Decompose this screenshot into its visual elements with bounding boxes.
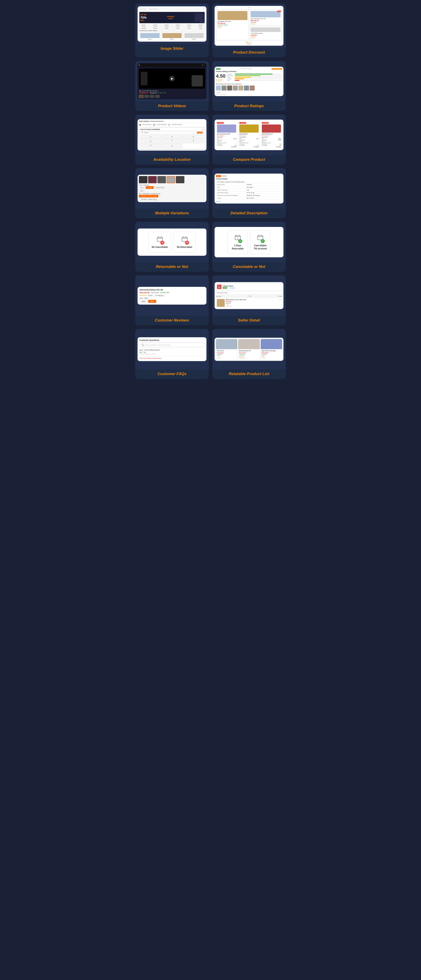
main-grid: Search items here UP TO 70% OFF GAMINGSA… [132, 0, 289, 382]
card-product-videos: ⬅ ↗ ⋮ ▶ JBL C115 TWS by Harman, ₹3,999.0… [135, 61, 209, 111]
label-customer-faqs: Customer FAQs [135, 369, 209, 379]
see-all-faqs[interactable]: See all answered questions › [139, 356, 205, 359]
no-cancellable-box: ✕ No Cancellable [148, 232, 171, 253]
label-availability-location: Availability Location [135, 155, 209, 165]
seller-mock: 🏪 eShop Store ⭐ 4.3 | Products Testing d… [214, 282, 283, 309]
cancelable-mock: ✓ 1 DaysReturnable ✓ Cancellabl [214, 227, 283, 257]
related-product-2: ♡ Microsoft Surface Pro ₹43,575.00 ₹46,0… [238, 339, 260, 360]
cancellable-received-icon: ✓ [257, 234, 264, 243]
label-relatable-product-list: Relatable Product List [212, 369, 286, 379]
related-mock: ♡ Asus Core i5 ₹71,497.00 ₹72,895.09 2.5… [214, 338, 283, 361]
discount-mock: ⬅ ● ● ● ↗ Typographic Print Hoo... ₹41,9… [214, 6, 283, 46]
preview-cancelable-or-not: ✓ 1 DaysReturnable ✓ Cancellabl [212, 222, 286, 262]
card-detailed-description: 8 GB 32 GB Product Details 6.44" display… [212, 168, 286, 218]
related-product-1: ♡ Asus Core i5 ₹71,497.00 ₹72,895.09 2.5… [216, 339, 237, 360]
preview-seller-detail: 🏪 eShop Store ⭐ 4.3 | Products Testing d… [212, 275, 286, 316]
no-returnable-box: ✕ No Returnable [173, 232, 195, 253]
label-detailed-description: Detailed Description [212, 209, 286, 218]
card-relatable-product-list: ♡ Asus Core i5 ₹71,497.00 ₹72,895.09 2.5… [212, 329, 286, 379]
card-multiple-variations: Color : Dark Red Green Dark Red Phantom … [135, 168, 209, 218]
card-customer-faqs: Customer Questions 🔍 Have a question? Se… [135, 329, 209, 379]
label-compare-product: Compare Product [212, 155, 286, 165]
related-product-3: ♡ Apple iPad Pro with Apple ... ₹35,400.… [261, 339, 282, 360]
label-product-discount: Product Discount [212, 48, 286, 57]
faq-search-icon: 🔍 [141, 344, 144, 346]
videos-mock: ⬅ ↗ ⋮ ▶ JBL C115 TWS by Harman, ₹3,999.0… [138, 63, 207, 99]
no-cancellable-icon: ✕ [156, 235, 164, 244]
card-compare-product: ✕ Remove Samsung Galaxy S21 5G ₹68,248.9… [212, 115, 286, 165]
returnable-mock: ✕ No Cancellable ✕ No Returnabl [138, 229, 207, 256]
days-returnable-icon: ✓ [234, 234, 241, 243]
preview-availability-location: Seller Details ━━━━━━━━━━━━━━━━ 📦100 Til… [135, 115, 209, 155]
card-product-ratings: COD Cancellable Till Shipped No-Returnab… [212, 61, 286, 111]
faq-item: Que : Is the delivery free? Ans : Yes Ad… [139, 349, 205, 355]
preview-customer-faqs: Customer Questions 🔍 Have a question? Se… [135, 329, 209, 369]
preview-multiple-variations: Color : Dark Red Green Dark Red Phantom … [135, 168, 209, 209]
label-image-slider: Image Slider [135, 44, 209, 54]
preview-relatable-product-list: ♡ Asus Core i5 ₹71,497.00 ₹72,895.09 2.5… [212, 329, 286, 369]
card-customer-reviews: Samsung Galaxy S21 5G ₹68,248.95 ₹88,198… [135, 275, 209, 325]
card-image-slider: Search items here UP TO 70% OFF GAMINGSA… [135, 3, 209, 57]
label-returnable-or-not: Returnable or Not [135, 262, 209, 272]
avail-mock: Seller Details ━━━━━━━━━━━━━━━━ 📦100 Til… [138, 119, 207, 151]
preview-product-ratings: COD Cancellable Till Shipped No-Returnab… [212, 61, 286, 102]
faq-search-box[interactable]: 🔍 Have a question? Search for answers [139, 343, 205, 347]
preview-product-discount: ⬅ ● ● ● ↗ Typographic Print Hoo... ₹41,9… [212, 3, 286, 48]
ratings-mock: COD Cancellable Till Shipped No-Returnab… [214, 67, 283, 96]
slider-mock: Search items here UP TO 70% OFF GAMINGSA… [138, 6, 207, 41]
label-customer-reviews: Customer Reviews [135, 316, 209, 325]
reviews-mock: Samsung Galaxy S21 5G ₹68,248.95 ₹88,198… [138, 287, 207, 305]
card-product-discount: ⬅ ● ● ● ↗ Typographic Print Hoo... ₹41,9… [212, 3, 286, 57]
days-returnable-box: ✓ 1 DaysReturnable [227, 230, 248, 254]
label-product-ratings: Product Ratings [212, 102, 286, 111]
no-returnable-icon: ✕ [181, 235, 188, 244]
card-availability-location: Seller Details ━━━━━━━━━━━━━━━━ 📦100 Til… [135, 115, 209, 165]
preview-product-videos: ⬅ ↗ ⋮ ▶ JBL C115 TWS by Harman, ₹3,999.0… [135, 61, 209, 102]
preview-detailed-description: 8 GB 32 GB Product Details 6.44" display… [212, 168, 286, 209]
card-returnable-or-not: ✕ No Cancellable ✕ No Returnabl [135, 222, 209, 272]
compare-mock: ✕ Remove Samsung Galaxy S21 5G ₹68,248.9… [214, 119, 283, 150]
detail-mock: 8 GB 32 GB Product Details 6.44" display… [214, 173, 283, 204]
preview-customer-reviews: Samsung Galaxy S21 5G ₹68,248.95 ₹88,198… [135, 275, 209, 316]
preview-image-slider: Search items here UP TO 70% OFF GAMINGSA… [135, 3, 209, 44]
preview-returnable-or-not: ✕ No Cancellable ✕ No Returnabl [135, 222, 209, 262]
label-seller-detail: Seller Detail [212, 316, 286, 325]
label-cancelable-or-not: Cancelable or Not [212, 262, 286, 272]
variations-mock: Color : Dark Red Green Dark Red Phantom … [138, 175, 207, 202]
card-cancelable-or-not: ✓ 1 DaysReturnable ✓ Cancellabl [212, 222, 286, 272]
preview-compare-product: ✕ Remove Samsung Galaxy S21 5G ₹68,248.9… [212, 115, 286, 155]
card-seller-detail: 🏪 eShop Store ⭐ 4.3 | Products Testing d… [212, 275, 286, 325]
faq-mock: Customer Questions 🔍 Have a question? Se… [138, 337, 207, 361]
label-multiple-variations: Multiple Variations [135, 209, 209, 218]
cancellable-received-box: ✓ CancellableTill received [250, 230, 270, 254]
label-product-videos: Product Videos [135, 102, 209, 111]
